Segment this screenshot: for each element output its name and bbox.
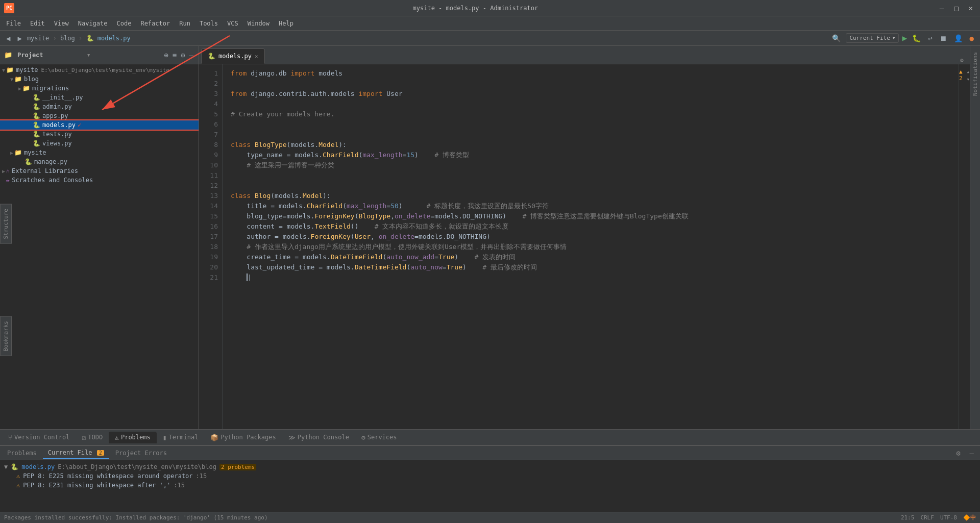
problems-warning-2[interactable]: ⚠ PEP 8: E231 missing whitespace after '… [16, 481, 976, 490]
menu-run[interactable]: Run [175, 18, 194, 29]
debug-button[interactable]: 🐛 [910, 33, 923, 43]
tree-item-tests[interactable]: 🐍 tests.py [0, 130, 199, 139]
problems-tab-current-file[interactable]: Current File 2 [43, 447, 109, 459]
problems-settings-icon[interactable]: ⚙ [952, 449, 964, 457]
project-scope-icon[interactable]: ⊕ [163, 50, 169, 60]
project-minimize-icon[interactable]: — [188, 50, 194, 60]
run-button[interactable]: ▶ [902, 33, 907, 43]
problems-warnings-container: ⚠ PEP 8: E225 missing whitespace around … [4, 471, 976, 490]
code-editor[interactable]: 1 2 3 4 5 6 7 8 9 10 11 12 13 14 15 16 1 [199, 64, 970, 429]
back-button[interactable]: ◀ [4, 33, 12, 43]
toolbar-extra2[interactable]: ⏹ [938, 33, 949, 43]
dropdown-arrow-icon: ▾ [892, 35, 896, 41]
search-button[interactable]: 🔍 [830, 33, 843, 43]
project-panel-title: Project [17, 52, 84, 59]
notifications-tab[interactable]: Notifications [971, 48, 979, 100]
user-icon[interactable]: 👤 [952, 33, 965, 43]
code-line-16: content = models.TextField() # 文本内容不知道多长… [231, 221, 959, 232]
tree-item-manage[interactable]: 🐍 manage.py [0, 157, 199, 166]
structure-tab[interactable]: Structure [0, 204, 12, 244]
close-button[interactable]: × [966, 3, 976, 13]
scroll-down-icon[interactable]: ▾ [966, 76, 970, 83]
status-line-ending[interactable]: CRLF [920, 514, 934, 521]
menu-refactor[interactable]: Refactor [136, 18, 174, 29]
problems-tab-project-errors[interactable]: Project Errors [110, 447, 172, 459]
breadcrumb-modelsfile[interactable]: 🐍 models.py [86, 35, 131, 42]
problems-label: Problems [121, 434, 151, 441]
tree-item-apps[interactable]: 🐍 apps.py [0, 111, 199, 120]
breadcrumb: mysite › blog › 🐍 models.py [27, 35, 131, 42]
tree-item-admin[interactable]: 🐍 admin.py [0, 102, 199, 111]
app-logo: PC [4, 3, 14, 13]
current-file-dropdown[interactable]: Current File ▾ [846, 33, 899, 43]
warning-text-2: PEP 8: E231 missing whitespace after ',' [23, 482, 170, 489]
tree-item-mysite-inner[interactable]: ▶ 📁 mysite [0, 148, 199, 157]
code-content[interactable]: from django.db import models from django… [223, 64, 959, 429]
code-line-21: | [231, 272, 959, 283]
code-line-3: from django.contrib.auth.models import U… [231, 89, 959, 99]
code-line-19: create_time = models.DateTimeField(auto_… [231, 252, 959, 262]
problems-minimize-icon[interactable]: — [966, 449, 978, 457]
minimize-button[interactable]: — [937, 3, 947, 13]
tab-python-packages[interactable]: 📦 Python Packages [204, 432, 282, 443]
tab-services[interactable]: ⚙ Services [355, 432, 403, 443]
tab-todo[interactable]: ☑ TODO [76, 432, 109, 443]
current-file-badge: 2 [97, 450, 104, 456]
tree-item-external-libs[interactable]: ▶ ⑃ External Libraries [0, 166, 199, 176]
maximize-button[interactable]: □ [951, 3, 961, 13]
avatar-icon[interactable]: ● [968, 33, 976, 43]
tab-close-icon[interactable]: × [255, 53, 258, 60]
terminal-label: Terminal [169, 434, 199, 441]
menu-file[interactable]: File [2, 18, 25, 29]
tree-item-scratches[interactable]: ▶ ✏ Scratches and Consoles [0, 176, 199, 185]
menu-bar: File Edit View Navigate Code Refactor Ru… [0, 16, 980, 31]
menu-help[interactable]: Help [275, 18, 298, 29]
menu-code[interactable]: Code [113, 18, 136, 29]
tree-item-blog[interactable]: ▼ 📁 blog [0, 74, 199, 84]
tree-item-mysite-root[interactable]: ▼ 📁 mysite E:\about_Django\test\mysite_e… [0, 65, 199, 74]
status-encoding[interactable]: UTF-8 [940, 514, 957, 521]
project-gear-icon[interactable]: ⚙ [180, 50, 186, 60]
breadcrumb-mysite[interactable]: mysite [27, 35, 49, 42]
tree-item-views[interactable]: 🐍 views.py [0, 139, 199, 148]
warning-text-1: PEP 8: E225 missing whitespace around op… [23, 472, 192, 480]
tab-python-console[interactable]: ≫ Python Console [282, 432, 355, 443]
problems-file-row: ▼ 🐍 models.py E:\about_Django\test\mysit… [4, 462, 976, 471]
code-line-18: # 作者这里导入django用户系统里边的用户模型，使用外键关联到User模型，… [231, 242, 959, 252]
problems-content: ▼ 🐍 models.py E:\about_Django\test\mysit… [0, 460, 980, 512]
scroll-up-icon[interactable]: ▴ [966, 68, 970, 75]
tab-terminal[interactable]: ▮ Terminal [157, 432, 205, 443]
breadcrumb-blog[interactable]: blog [60, 35, 75, 42]
problems-warning-1[interactable]: ⚠ PEP 8: E225 missing whitespace around … [16, 471, 976, 481]
problems-tab-all[interactable]: Problems [2, 447, 42, 459]
code-line-6 [231, 119, 959, 130]
code-line-12 [231, 181, 959, 191]
editor-gutter: ▲ 2 ▴ ▾ [959, 64, 970, 429]
todo-icon: ☑ [82, 434, 86, 441]
tab-models-py[interactable]: 🐍 models.py × [201, 48, 265, 64]
tree-item-migrations[interactable]: ▶ 📁 migrations [0, 84, 199, 93]
menu-edit[interactable]: Edit [26, 18, 49, 29]
forward-button[interactable]: ▶ [15, 33, 23, 43]
tree-item-init[interactable]: 🐍 __init__.py [0, 93, 199, 102]
code-line-1: from django.db import models [231, 68, 959, 79]
problems-filename: models.py [21, 463, 55, 470]
menu-window[interactable]: Window [243, 18, 274, 29]
project-list-icon[interactable]: ≡ [172, 50, 178, 60]
editor-settings-icon[interactable]: ⚙ [956, 57, 968, 64]
current-file-label: Current File [849, 35, 890, 41]
problems-count: 2 problems [219, 464, 256, 470]
menu-view[interactable]: View [50, 18, 73, 29]
tree-item-models[interactable]: 🐍 models.py ✓ [0, 120, 199, 130]
tab-version-control[interactable]: ⑂ Version Control [2, 432, 76, 443]
menu-vcs[interactable]: VCS [223, 18, 242, 29]
menu-tools[interactable]: Tools [195, 18, 222, 29]
toolbar-extra1[interactable]: ↩ [926, 33, 934, 43]
code-line-7 [231, 130, 959, 140]
bookmarks-tab[interactable]: Bookmarks [0, 316, 12, 356]
code-line-10: # 这里采用一篇博客一种分类 [231, 160, 959, 170]
status-bar: Packages installed successfully: Install… [0, 512, 980, 523]
status-position[interactable]: 21:5 [901, 514, 915, 521]
menu-navigate[interactable]: Navigate [74, 18, 112, 29]
tab-problems[interactable]: ⚠ Problems [109, 432, 157, 443]
